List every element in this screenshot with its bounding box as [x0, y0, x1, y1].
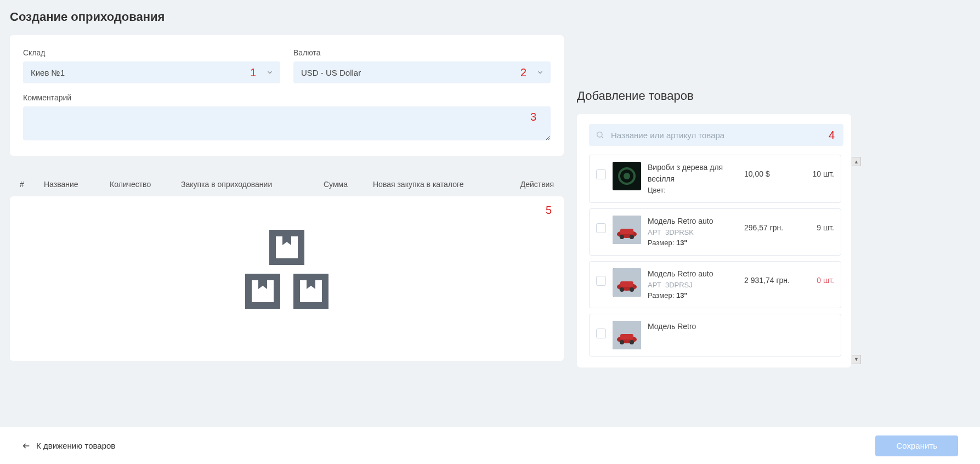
product-attr: Цвет: [648, 185, 738, 196]
product-item[interactable]: Модель Retro autoАРТ 3DPRSKРазмер: 13"29… [589, 208, 841, 256]
product-list[interactable]: Вироби з дерева для весілляЦвет: 10,00 $… [589, 155, 843, 362]
product-checkbox[interactable] [596, 276, 606, 286]
product-sku: АРТ 3DPRSJ [648, 280, 738, 291]
product-info: Модель Retro [648, 321, 738, 332]
comment-label: Комментарий [23, 93, 551, 102]
product-name: Модель Retro auto [648, 216, 738, 227]
product-attr: Размер: 13" [648, 290, 738, 301]
product-sku: АРТ 3DPRSK [648, 227, 738, 238]
svg-line-10 [602, 137, 603, 138]
product-info: Модель Retro autoАРТ 3DPRSJРазмер: 13" [648, 268, 738, 301]
svg-point-17 [620, 235, 624, 239]
scrollbar[interactable]: ▲ ▼ [852, 157, 861, 364]
scroll-up-icon[interactable]: ▲ [852, 157, 861, 166]
add-products-title: Добавление товаров [577, 89, 851, 103]
arrow-left-icon [22, 442, 31, 450]
th-num: # [20, 180, 44, 189]
product-attr: Размер: 13" [648, 237, 738, 248]
product-price: 2 931,74 грн. [744, 268, 799, 285]
back-link[interactable]: К движению товаров [22, 441, 115, 450]
comment-textarea[interactable] [23, 106, 551, 140]
svg-point-18 [630, 235, 634, 239]
product-stock: 10 шт. [806, 162, 834, 178]
annotation-5: 5 [546, 204, 552, 217]
chevron-down-icon [536, 69, 544, 76]
product-name: Модель Retro auto [648, 268, 738, 280]
currency-select[interactable]: USD - US Dollar 2 [293, 61, 551, 83]
svg-rect-21 [620, 281, 633, 287]
annotation-3: 3 [530, 111, 536, 123]
warehouse-label: Склад [23, 48, 280, 57]
product-panel: 4 Вироби з дерева для весілляЦвет: 10,00… [577, 114, 851, 367]
annotation-2: 2 [520, 66, 526, 79]
product-thumbnail [613, 162, 641, 190]
back-label: К движению товаров [36, 441, 115, 450]
currency-label: Валюта [293, 48, 551, 57]
product-thumbnail [613, 321, 641, 349]
product-checkbox[interactable] [596, 223, 606, 233]
svg-point-23 [630, 287, 634, 292]
footer-bar: К движению товаров Сохранить [0, 427, 980, 464]
product-thumbnail [613, 216, 641, 244]
items-table-header: # Название Количество Закупка в оприходо… [10, 172, 564, 196]
product-info: Модель Retro autoАРТ 3DPRSKРазмер: 13" [648, 216, 738, 248]
empty-items-panel: 5 [10, 196, 564, 361]
th-catalog: Новая закупка в каталоге [373, 180, 516, 189]
product-search-input[interactable] [589, 124, 843, 146]
product-name: Модель Retro [648, 321, 738, 332]
product-item[interactable]: Модель Retro autoАРТ 3DPRSJРазмер: 13"2 … [589, 261, 841, 308]
form-card: Склад Киев №1 1 Валюта USD - US Dollar 2 [10, 35, 564, 156]
product-info: Вироби з дерева для весілляЦвет: [648, 162, 738, 196]
product-item[interactable]: Вироби з дерева для весілляЦвет: 10,00 $… [589, 155, 841, 203]
product-thumbnail [613, 268, 641, 297]
annotation-4: 4 [829, 129, 835, 142]
empty-boxes-icon [237, 227, 336, 314]
product-price: 296,57 грн. [744, 216, 799, 232]
product-price [744, 321, 799, 329]
product-stock: 9 шт. [806, 216, 834, 232]
svg-rect-16 [620, 229, 633, 234]
scroll-down-icon[interactable]: ▼ [852, 355, 861, 364]
th-actions: Действия [516, 180, 554, 189]
page-title: Создание оприходования [10, 10, 980, 24]
svg-point-9 [597, 132, 602, 137]
th-qty: Количество [110, 180, 181, 189]
warehouse-select[interactable]: Киев №1 1 [23, 61, 280, 83]
annotation-1: 1 [250, 66, 256, 79]
product-name: Вироби з дерева для весілля [648, 162, 738, 185]
product-price: 10,00 $ [744, 162, 799, 178]
product-stock [806, 321, 834, 329]
th-sum: Сумма [324, 180, 373, 189]
svg-rect-26 [620, 334, 633, 339]
svg-point-27 [620, 340, 624, 344]
chevron-down-icon [266, 69, 274, 76]
product-checkbox[interactable] [596, 169, 606, 179]
th-purchase: Закупка в оприходовании [181, 180, 324, 189]
svg-point-13 [624, 173, 630, 179]
svg-point-22 [620, 287, 624, 292]
currency-value: USD - US Dollar [301, 68, 361, 77]
th-name: Название [44, 180, 110, 189]
search-icon [596, 131, 604, 139]
svg-point-28 [630, 340, 634, 344]
product-stock: 0 шт. [806, 268, 834, 285]
save-button[interactable]: Сохранить [875, 435, 958, 456]
product-checkbox[interactable] [596, 329, 606, 338]
warehouse-value: Киев №1 [31, 68, 65, 77]
product-item[interactable]: Модель Retro [589, 314, 841, 357]
